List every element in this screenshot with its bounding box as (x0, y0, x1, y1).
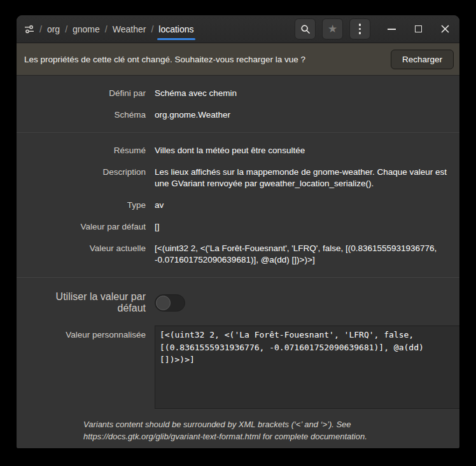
sliders-icon (24, 24, 34, 34)
property-value: Les lieux affichés sur la mappemonde de … (155, 167, 449, 189)
close-button[interactable] (437, 21, 453, 38)
close-icon (441, 25, 449, 33)
property-label: Valeur actuelle (27, 243, 146, 254)
gvariant-format-note: Variants content should be surrounded by… (83, 418, 388, 442)
property-row: Description Les lieux affichés sur la ma… (27, 161, 449, 195)
property-row: Valeur par défaut [] (27, 216, 449, 238)
property-value: [<(uint32 2, <('La Forêt-Fouesnant', 'LF… (155, 243, 449, 266)
window-controls (383, 21, 453, 38)
property-value: Villes dont la météo peut être consultée (155, 145, 449, 156)
search-button[interactable] (295, 18, 316, 39)
titlebar: / org / gnome / Weather / locations ★ (17, 15, 459, 43)
property-row: Résumé Villes dont la météo peut être co… (27, 140, 449, 161)
toggle-knob (156, 296, 171, 310)
property-label: Schéma (27, 109, 146, 121)
section-origin: Défini par Schéma avec chemin Schéma org… (17, 76, 459, 132)
titlebar-actions: ★ (295, 18, 453, 39)
reload-infobar: Les propriétés de cette clé ont changé. … (17, 43, 459, 76)
minimize-button[interactable] (383, 21, 400, 38)
maximize-icon (415, 25, 422, 32)
dconf-editor-window: / org / gnome / Weather / locations ★ (17, 15, 459, 448)
property-label: Valeur par défaut (27, 221, 146, 233)
property-row: Type av (27, 195, 449, 216)
breadcrumb-current-locations[interactable]: locations (158, 24, 193, 34)
property-value: [] (155, 221, 449, 233)
property-label: Défini par (27, 88, 146, 99)
property-value: av (155, 200, 449, 211)
breadcrumb-segment-org[interactable]: org (47, 24, 60, 34)
section-details: Résumé Villes dont la météo peut être co… (17, 133, 459, 277)
reload-button[interactable]: Recharger (391, 50, 454, 69)
breadcrumb-separator: / (65, 24, 67, 34)
custom-value-row: Valeur personnalisée [<(uint32 2, <('La … (27, 318, 449, 409)
custom-value-label: Valeur personnalisée (27, 326, 146, 339)
breadcrumb-segment-gnome[interactable]: gnome (73, 24, 100, 34)
search-icon (300, 24, 311, 34)
breadcrumb-separator: / (151, 24, 153, 34)
breadcrumb: / org / gnome / Weather / locations (24, 24, 194, 34)
property-row: Valeur actuelle [<(uint32 2, <('La Forêt… (27, 238, 449, 271)
custom-value-input[interactable]: [<(uint32 2, <('La Forêt-Fouesnant', 'LF… (155, 326, 459, 409)
section-edit: Utiliser la valeur par défaut Valeur per… (17, 278, 459, 448)
use-default-label: Utiliser la valeur par défaut (27, 291, 146, 314)
property-value: org.gnome.Weather (155, 109, 449, 121)
star-icon: ★ (328, 24, 337, 34)
property-label: Résumé (27, 145, 146, 156)
menu-button[interactable] (349, 18, 370, 39)
breadcrumb-separator: / (105, 24, 108, 34)
property-row: Schéma org.gnome.Weather (27, 104, 449, 126)
property-value: Schéma avec chemin (155, 88, 449, 99)
vertical-dots-icon (359, 24, 361, 34)
property-row: Défini par Schéma avec chemin (27, 83, 449, 104)
maximize-button[interactable] (410, 21, 426, 38)
infobar-message: Les propriétés de cette clé ont changé. … (24, 55, 305, 64)
breadcrumb-segment-weather[interactable]: Weather (113, 24, 146, 34)
key-properties-panel: Défini par Schéma avec chemin Schéma org… (17, 76, 459, 448)
bookmark-button[interactable]: ★ (322, 18, 343, 39)
use-default-row: Utiliser la valeur par défaut (27, 285, 449, 318)
breadcrumb-separator: / (39, 24, 42, 34)
property-label: Description (27, 167, 146, 178)
property-label: Type (27, 200, 146, 211)
minimize-icon (388, 29, 396, 30)
use-default-toggle[interactable] (155, 294, 185, 312)
